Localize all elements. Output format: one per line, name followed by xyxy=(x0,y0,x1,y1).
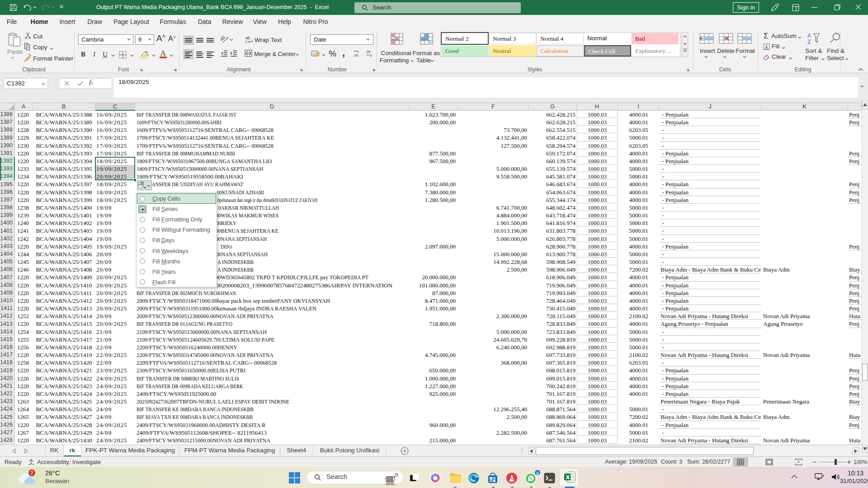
svg-text:A: A xyxy=(807,33,811,39)
svg-text:c: c xyxy=(245,39,248,43)
svg-text:0: 0 xyxy=(370,53,372,57)
svg-text:ab: ab xyxy=(221,35,226,42)
svg-text:.00: .00 xyxy=(354,53,358,57)
svg-text:Z: Z xyxy=(807,39,811,45)
